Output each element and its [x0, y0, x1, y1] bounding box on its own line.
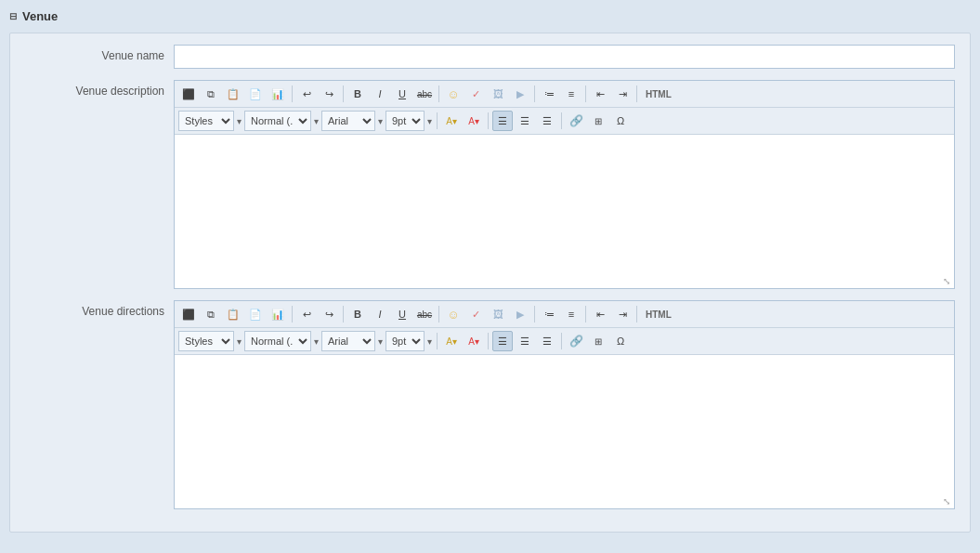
- desc-sep8: [488, 112, 489, 129]
- desc-source-btn[interactable]: ⬛: [178, 84, 199, 104]
- description-editor-wrapper: ⬛ ⧉ 📋 📄 📊 ↩ ↪ B I U abc ☺ ✓ 🖼: [174, 80, 955, 289]
- desc-underline-btn[interactable]: U: [392, 84, 412, 104]
- dir-copy-btn[interactable]: ⧉: [201, 304, 221, 324]
- dir-sep9: [561, 333, 562, 349]
- desc-font-select[interactable]: Arial: [321, 111, 375, 131]
- venue-name-input[interactable]: [174, 45, 955, 69]
- dir-align-right-btn[interactable]: ☰: [537, 331, 557, 351]
- dir-sep3: [438, 306, 439, 323]
- form-container: Venue name Venue description ⬛ ⧉ 📋 📄 📊 ↩…: [9, 33, 971, 533]
- dir-paste-word-btn[interactable]: 📄: [245, 304, 266, 324]
- desc-sep7: [437, 112, 438, 129]
- desc-size-select[interactable]: 9pt: [385, 111, 425, 131]
- section-title: Venue: [22, 9, 58, 23]
- desc-paste-btn[interactable]: 📋: [223, 84, 243, 104]
- dir-spell-btn[interactable]: ✓: [465, 304, 486, 324]
- dir-ol-btn[interactable]: ≔: [539, 304, 559, 324]
- desc-align-center-btn[interactable]: ☰: [515, 111, 535, 131]
- dir-font-color-btn[interactable]: A▾: [464, 331, 484, 351]
- dir-align-left-btn[interactable]: ☰: [492, 331, 513, 351]
- desc-styles-select[interactable]: Styles: [178, 111, 234, 131]
- dir-table-btn[interactable]: ⊞: [588, 331, 608, 351]
- desc-sep3: [438, 86, 439, 102]
- dir-sep6: [636, 306, 637, 323]
- dir-image-btn[interactable]: 🖼: [488, 304, 508, 324]
- description-toolbar-row2: Styles ▾ Normal (... ▾ Arial ▾ 9pt ▾: [175, 108, 954, 135]
- dir-redo-btn[interactable]: ↪: [319, 304, 339, 324]
- dir-symbol-btn[interactable]: Ω: [610, 331, 631, 351]
- dir-strike-btn[interactable]: abc: [414, 304, 435, 324]
- dir-bg-color-btn[interactable]: A▾: [441, 331, 462, 351]
- desc-align-left-btn[interactable]: ☰: [492, 111, 513, 131]
- dir-size-select[interactable]: 9pt: [385, 331, 425, 351]
- desc-bg-color-btn[interactable]: A▾: [441, 111, 462, 131]
- desc-strike-btn[interactable]: abc: [414, 84, 435, 104]
- dir-sep2: [343, 306, 344, 323]
- venue-name-row: Venue name: [25, 45, 955, 69]
- dir-styles-select[interactable]: Styles: [178, 331, 234, 351]
- desc-spell-btn[interactable]: ✓: [465, 84, 486, 104]
- desc-sep6: [636, 86, 637, 102]
- venue-name-label: Venue name: [25, 45, 174, 62]
- dir-sep4: [534, 306, 535, 323]
- dir-format-select[interactable]: Normal (...: [244, 331, 311, 351]
- dir-sep5: [585, 306, 586, 323]
- dir-sep7: [437, 333, 438, 349]
- desc-copy-btn[interactable]: ⧉: [201, 84, 221, 104]
- description-toolbar-row1: ⬛ ⧉ 📋 📄 📊 ↩ ↪ B I U abc ☺ ✓ 🖼: [175, 81, 954, 108]
- desc-image-btn[interactable]: 🖼: [488, 84, 508, 104]
- desc-sep5: [585, 86, 586, 102]
- desc-link-btn[interactable]: 🔗: [566, 111, 586, 131]
- dir-ul-btn[interactable]: ≡: [561, 304, 581, 324]
- desc-font-color-btn[interactable]: A▾: [464, 111, 484, 131]
- venue-description-label: Venue description: [25, 80, 174, 98]
- dir-align-center-btn[interactable]: ☰: [515, 331, 535, 351]
- dir-font-select[interactable]: Arial: [321, 331, 375, 351]
- dir-outdent-btn[interactable]: ⇤: [590, 304, 610, 324]
- desc-symbol-btn[interactable]: Ω: [610, 111, 631, 131]
- desc-paste-excel-btn[interactable]: 📊: [268, 84, 288, 104]
- desc-redo-btn[interactable]: ↪: [319, 84, 339, 104]
- dir-html-btn[interactable]: HTML: [641, 304, 676, 324]
- collapse-icon[interactable]: ⊟: [9, 11, 17, 21]
- desc-format-select[interactable]: Normal (...: [244, 111, 311, 131]
- directions-editor-area[interactable]: [175, 355, 954, 508]
- description-editor-area[interactable]: [175, 135, 954, 288]
- desc-html-btn[interactable]: HTML: [641, 84, 676, 104]
- directions-resize-handle[interactable]: ⤡: [943, 497, 952, 507]
- desc-emoticon-btn[interactable]: ☺: [443, 84, 464, 104]
- dir-sep1: [292, 306, 293, 323]
- dir-source-btn[interactable]: ⬛: [178, 304, 199, 324]
- desc-indent-btn[interactable]: ⇥: [612, 84, 633, 104]
- desc-align-right-btn[interactable]: ☰: [537, 111, 557, 131]
- desc-media-btn[interactable]: ▶: [510, 84, 530, 104]
- dir-indent-btn[interactable]: ⇥: [612, 304, 633, 324]
- directions-toolbar-row1: ⬛ ⧉ 📋 📄 📊 ↩ ↪ B I U abc ☺ ✓ 🖼: [175, 301, 954, 328]
- venue-directions-row: Venue directions ⬛ ⧉ 📋 📄 📊 ↩ ↪ B I U: [25, 300, 955, 509]
- desc-outdent-btn[interactable]: ⇤: [590, 84, 610, 104]
- dir-media-btn[interactable]: ▶: [510, 304, 530, 324]
- dir-paste-btn[interactable]: 📋: [223, 304, 243, 324]
- dir-underline-btn[interactable]: U: [392, 304, 412, 324]
- dir-link-btn[interactable]: 🔗: [566, 331, 586, 351]
- section-header: ⊟ Venue: [9, 9, 971, 23]
- dir-emoticon-btn[interactable]: ☺: [443, 304, 464, 324]
- dir-italic-btn[interactable]: I: [370, 304, 390, 324]
- dir-undo-btn[interactable]: ↩: [296, 304, 317, 324]
- desc-sep1: [292, 86, 293, 102]
- desc-italic-btn[interactable]: I: [370, 84, 390, 104]
- desc-paste-word-btn[interactable]: 📄: [245, 84, 266, 104]
- description-resize-handle[interactable]: ⤡: [943, 277, 952, 286]
- dir-sep8: [488, 333, 489, 349]
- desc-sep2: [343, 86, 344, 102]
- dir-bold-btn[interactable]: B: [347, 304, 368, 324]
- desc-ol-btn[interactable]: ≔: [539, 84, 559, 104]
- venue-description-field: ⬛ ⧉ 📋 📄 📊 ↩ ↪ B I U abc ☺ ✓ 🖼: [174, 80, 955, 289]
- dir-paste-excel-btn[interactable]: 📊: [268, 304, 288, 324]
- venue-description-row: Venue description ⬛ ⧉ 📋 📄 📊 ↩ ↪ B I U: [25, 80, 955, 289]
- desc-bold-btn[interactable]: B: [347, 84, 368, 104]
- directions-editor-wrapper: ⬛ ⧉ 📋 📄 📊 ↩ ↪ B I U abc ☺ ✓ 🖼: [174, 300, 955, 509]
- desc-ul-btn[interactable]: ≡: [561, 84, 581, 104]
- desc-table-btn[interactable]: ⊞: [588, 111, 608, 131]
- desc-undo-btn[interactable]: ↩: [296, 84, 317, 104]
